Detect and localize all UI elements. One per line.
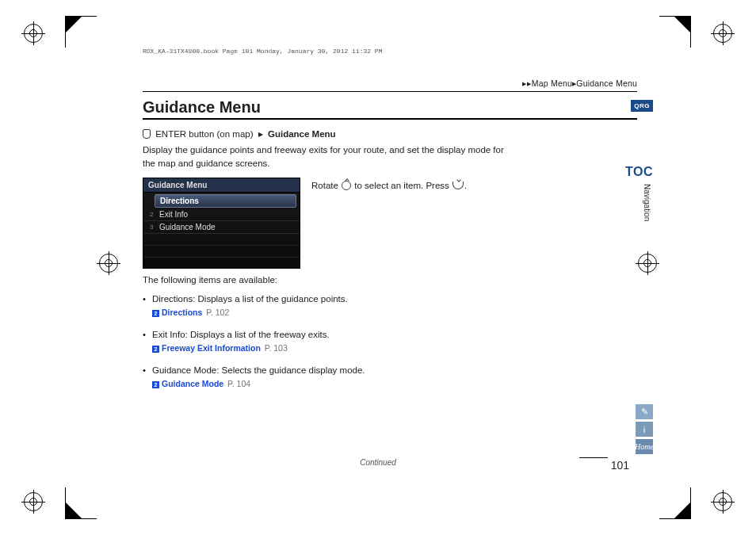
following-text: The following items are available: <box>143 275 637 285</box>
breadcrumb: Map MenuGuidance Menu <box>143 78 637 88</box>
screenshot-menu-item: Directions <box>155 194 296 208</box>
item-list: Directions: Displays a list of the guida… <box>143 292 637 389</box>
registration-mark-icon <box>713 24 732 43</box>
list-item: Exit Info: Displays a list of the freewa… <box>143 328 637 354</box>
cross-reference-link[interactable]: 2Freeway Exit Information P. 103 <box>152 342 637 354</box>
item-desc: : Displays a list of the guidance points… <box>193 294 348 304</box>
continued-label: Continued <box>360 458 396 467</box>
breadcrumb-item: Map Menu <box>532 78 572 88</box>
screenshot-title: Guidance Menu <box>143 178 300 193</box>
cross-reference-link[interactable]: 2Directions P. 102 <box>152 307 637 319</box>
breadcrumb-item: Guidance Menu <box>576 78 637 88</box>
page-title: Guidance Menu <box>143 98 637 120</box>
section-label: Navigation <box>643 184 651 221</box>
list-item: Guidance Mode: Selects the guidance disp… <box>143 364 637 390</box>
rotate-dial-icon <box>342 181 351 190</box>
registration-mark-icon <box>24 24 43 43</box>
item-desc: : Displays a list of the freeway exits. <box>185 330 330 339</box>
item-name: Directions <box>152 294 193 304</box>
item-name: Guidance Mode <box>152 365 216 375</box>
nav-path-text: ENTER button (on map) <box>155 129 253 139</box>
crop-mark-icon <box>659 487 691 519</box>
horizontal-rule <box>143 91 637 92</box>
side-button-voice[interactable]: ✎ <box>636 404 653 419</box>
arrow-icon <box>256 129 265 139</box>
link-square-icon: 2 <box>152 310 159 317</box>
side-button-info[interactable]: i <box>636 422 653 437</box>
enter-button-icon <box>143 129 151 139</box>
registration-mark-icon <box>24 492 43 511</box>
registration-mark-icon <box>638 254 657 273</box>
breadcrumb-arrow-icon <box>522 78 531 88</box>
registration-mark-icon <box>713 492 732 511</box>
item-desc: : Selects the guidance display mode. <box>216 365 365 375</box>
crop-mark-icon <box>65 487 97 519</box>
crop-mark-icon <box>659 16 691 48</box>
nav-path: ENTER button (on map) Guidance Menu <box>143 128 637 139</box>
screenshot-menu-item: 2Exit Info <box>143 208 300 221</box>
instruction-text: Rotate to select an item. Press . <box>311 178 467 269</box>
intro-text: Display the guidance points and freeway … <box>143 143 507 170</box>
link-square-icon: 2 <box>152 346 159 353</box>
screenshot-menu-item: 3Guidance Mode <box>143 221 300 234</box>
item-name: Exit Info <box>152 330 185 339</box>
list-item: Directions: Displays a list of the guida… <box>143 292 637 319</box>
device-screenshot: Guidance Menu Directions 2Exit Info 3Gui… <box>143 178 300 269</box>
side-button-home[interactable]: Home <box>636 439 653 454</box>
link-square-icon: 2 <box>152 381 159 388</box>
crop-mark-icon <box>65 16 97 48</box>
page-number: 101 <box>611 459 629 472</box>
registration-mark-icon <box>99 254 118 273</box>
press-button-icon <box>452 182 464 189</box>
print-header: RDX_KA-31TX4800.book Page 101 Monday, Ja… <box>143 48 637 55</box>
page-content: RDX_KA-31TX4800.book Page 101 Monday, Ja… <box>143 48 637 480</box>
nav-path-target: Guidance Menu <box>268 129 336 139</box>
cross-reference-link[interactable]: 2Guidance Mode P. 104 <box>152 378 637 390</box>
